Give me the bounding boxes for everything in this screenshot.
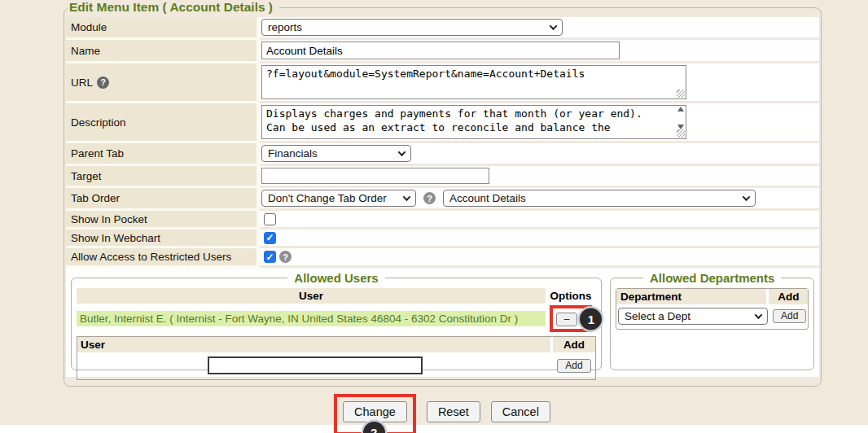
form-actions: Change 2 Reset Cancel xyxy=(64,394,821,433)
url-label: URL xyxy=(71,77,93,89)
module-label: Module xyxy=(66,17,260,40)
edit-menu-item-form: Edit Menu Item ( Account Details ) Modul… xyxy=(64,0,822,387)
parent-tab-select[interactable]: Financials xyxy=(261,145,411,162)
department-select[interactable]: Select a Dept xyxy=(618,308,768,325)
options-column-header: Options xyxy=(546,288,596,304)
show-in-pocket-label: Show In Pocket xyxy=(66,211,260,230)
form-row-allow-restricted: Allow Access to Restricted Users ✓ ? xyxy=(66,248,819,268)
parent-tab-select-value: Financials xyxy=(268,147,318,160)
form-row-module: Module reports xyxy=(66,17,819,40)
tab-order-item-select-value: Account Details xyxy=(449,192,526,204)
tab-order-select[interactable]: Don't Change Tab Order xyxy=(261,190,416,207)
department-select-value: Select a Dept xyxy=(625,310,690,322)
show-in-webchart-label: Show In Webchart xyxy=(66,230,260,248)
add-user-button[interactable]: Add xyxy=(557,359,590,373)
url-textarea[interactable]: ?f=layout&module=SystemReport&name=Accou… xyxy=(261,65,686,99)
allowed-users-panel: Allowed Users User Options Butler, Inter… xyxy=(71,271,602,370)
remove-user-button[interactable]: – xyxy=(556,313,578,326)
name-input[interactable] xyxy=(261,42,620,59)
add-department-button[interactable]: Add xyxy=(773,309,806,323)
annotation-rect-1: – 1 xyxy=(550,305,593,332)
help-icon[interactable]: ? xyxy=(279,251,292,263)
form-row-show-in-webchart: Show In Webchart ✓ xyxy=(66,230,819,248)
chevron-down-icon xyxy=(550,22,558,30)
tab-order-label: Tab Order xyxy=(66,188,260,211)
form-row-parent-tab: Parent Tab Financials xyxy=(66,143,819,166)
allowed-departments-legend: Allowed Departments xyxy=(643,271,781,285)
name-label: Name xyxy=(66,40,260,63)
scroll-up-icon[interactable] xyxy=(677,107,684,112)
allowed-user-row: Butler, Internist E. ( Internist - Fort … xyxy=(77,305,596,332)
annotation-rect-2: Change 2 xyxy=(334,394,416,433)
chevron-down-icon xyxy=(743,193,751,201)
reset-button[interactable]: Reset xyxy=(427,401,480,422)
department-column-header: Department xyxy=(616,289,769,304)
add-user-column-header: User xyxy=(77,337,553,352)
module-select[interactable]: reports xyxy=(261,19,563,36)
allow-restricted-label: Allow Access to Restricted Users xyxy=(66,248,260,268)
page-title: Edit Menu Item ( Account Details ) xyxy=(68,0,279,15)
chevron-down-icon xyxy=(398,148,406,156)
resize-grip-icon[interactable] xyxy=(677,129,685,138)
target-label: Target xyxy=(66,166,260,188)
form-row-name: Name xyxy=(66,40,819,63)
add-user-box: User Add Add xyxy=(77,336,596,380)
allowed-users-legend: Allowed Users xyxy=(287,271,384,285)
description-textarea[interactable]: Displays charges and payments for that m… xyxy=(261,105,686,139)
change-button[interactable]: Change xyxy=(343,401,407,422)
resize-grip-icon[interactable] xyxy=(677,90,685,98)
form-row-target: Target xyxy=(66,166,819,188)
tab-order-item-select[interactable]: Account Details xyxy=(443,190,756,207)
annotation-badge-1: 1 xyxy=(580,308,602,330)
allowed-departments-panel: Allowed Departments Department Add Selec… xyxy=(610,271,814,370)
cancel-button[interactable]: Cancel xyxy=(491,401,550,422)
parent-tab-label: Parent Tab xyxy=(66,143,260,166)
annotation-badge-2: 2 xyxy=(363,422,385,433)
help-icon[interactable]: ? xyxy=(423,192,436,204)
tab-order-select-value: Don't Change Tab Order xyxy=(268,192,387,204)
form-row-show-in-pocket: Show In Pocket ✓ xyxy=(66,211,819,230)
allowed-user-name: Butler, Internist E. ( Internist - Fort … xyxy=(77,311,546,326)
chevron-down-icon xyxy=(403,193,411,201)
description-label: Description xyxy=(66,103,260,143)
user-column-header: User xyxy=(77,288,546,304)
chevron-down-icon xyxy=(755,311,763,319)
show-in-webchart-checkbox[interactable]: ✓ xyxy=(264,232,276,244)
form-row-tab-order: Tab Order Don't Change Tab Order ? Accou… xyxy=(66,188,819,211)
form-row-url: URL ? ?f=layout&module=SystemReport&name… xyxy=(66,63,819,103)
add-column-header: Add xyxy=(553,337,595,352)
target-input[interactable] xyxy=(261,168,489,184)
add-user-input[interactable] xyxy=(208,356,423,374)
help-icon[interactable]: ? xyxy=(97,77,109,89)
show-in-pocket-checkbox[interactable]: ✓ xyxy=(264,213,276,225)
allowed-section: Allowed Users User Options Butler, Inter… xyxy=(66,268,819,379)
form-row-description: Description Displays charges and payment… xyxy=(66,103,819,143)
dept-add-column-header: Add xyxy=(769,289,808,304)
allow-restricted-checkbox[interactable]: ✓ xyxy=(264,251,276,263)
module-select-value: reports xyxy=(268,21,302,33)
page-background: Edit Menu Item ( Account Details ) Modul… xyxy=(0,0,868,425)
